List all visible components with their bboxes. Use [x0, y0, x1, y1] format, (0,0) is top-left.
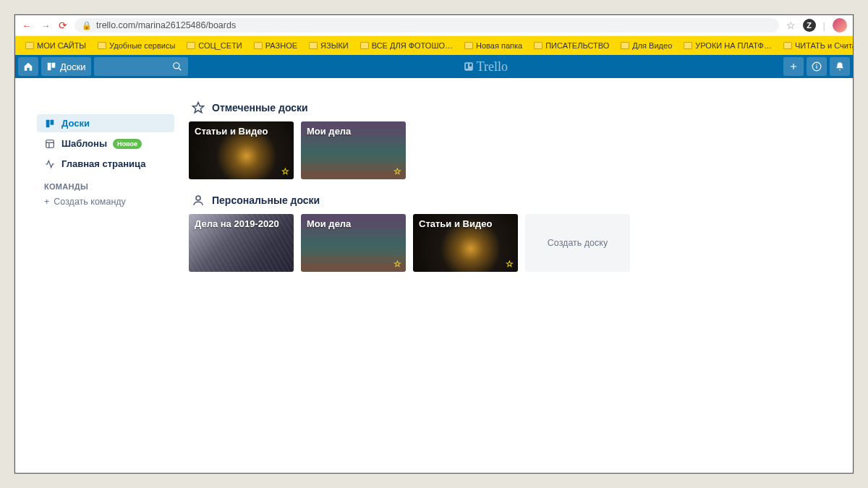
sidebar-item-boards[interactable]: Доски — [37, 114, 174, 132]
person-icon — [192, 194, 205, 207]
templates-icon — [44, 139, 56, 149]
star-outline-icon — [192, 101, 205, 114]
bookmark-item[interactable]: РАЗНОЕ — [250, 40, 302, 51]
pulse-icon — [44, 159, 56, 169]
folder-icon — [25, 42, 34, 49]
teams-heading: КОМАНДЫ — [37, 175, 174, 194]
board-tile[interactable]: Дела на 2019-2020 — [189, 214, 294, 272]
bookmark-item[interactable]: ЯЗЫКИ — [305, 40, 353, 51]
forward-button[interactable]: → — [40, 20, 51, 31]
sidebar-item-templates[interactable]: Шаблоны Новое — [37, 134, 174, 153]
boards-area: Отмеченные доски Статьи и Видео ☆ Мои де… — [189, 93, 831, 458]
section-title: Персональные доски — [212, 194, 320, 206]
trello-header: Доски Trello — [15, 55, 853, 78]
board-tile[interactable]: Статьи и Видео ☆ — [413, 214, 518, 272]
folder-icon — [187, 42, 195, 49]
star-icon[interactable]: ☆ — [393, 259, 401, 269]
svg-rect-5 — [466, 64, 468, 69]
search-input[interactable] — [94, 57, 188, 76]
chrome-toolbar: ← → ⟳ 🔒 trello.com/marina26125486/boards… — [15, 15, 853, 36]
folder-icon — [684, 42, 692, 49]
plus-icon: + — [44, 197, 49, 207]
address-bar[interactable]: 🔒 trello.com/marina26125486/boards — [75, 18, 779, 33]
folder-icon — [621, 42, 629, 49]
lock-icon: 🔒 — [82, 21, 92, 30]
create-button[interactable] — [783, 57, 804, 76]
trello-icon — [464, 61, 474, 72]
personal-section-header: Персональные доски — [192, 194, 831, 207]
profile-avatar[interactable] — [833, 18, 847, 33]
bookmark-star-button[interactable]: ☆ — [786, 20, 796, 31]
bookmark-item[interactable]: Удобные сервисы — [93, 40, 179, 51]
trello-logo[interactable]: Trello — [188, 59, 783, 74]
svg-rect-12 — [46, 140, 54, 147]
svg-rect-8 — [816, 66, 817, 69]
folder-icon — [464, 42, 473, 49]
board-title: Статьи и Видео — [195, 126, 268, 137]
folder-icon — [254, 42, 263, 49]
svg-rect-10 — [46, 119, 50, 127]
create-board-tile[interactable]: Создать доску — [525, 214, 630, 272]
url-text: trello.com/marina26125486/boards — [96, 20, 236, 30]
bookmark-item[interactable]: Для Видео — [616, 40, 676, 51]
svg-line-3 — [178, 68, 181, 71]
folder-icon — [783, 42, 792, 49]
folder-icon — [360, 42, 369, 49]
star-icon[interactable]: ☆ — [393, 166, 401, 176]
main-content: Доски Шаблоны Новое Главная страница КОМ… — [15, 78, 853, 473]
board-tile[interactable]: Мои дела ☆ — [301, 121, 406, 179]
boards-button[interactable]: Доски — [41, 57, 91, 76]
sidebar-item-home[interactable]: Главная страница — [37, 155, 174, 173]
bookmarks-bar: МОИ САЙТЫ Удобные сервисы СОЦ_СЕТИ РАЗНО… — [15, 36, 853, 55]
board-title: Статьи и Видео — [419, 218, 492, 229]
sidebar-item-label: Главная страница — [61, 158, 145, 169]
board-tile[interactable]: Статьи и Видео ☆ — [189, 121, 294, 179]
bookmark-item[interactable]: ПИСАТЕЛЬСТВО — [529, 40, 613, 51]
bookmark-item[interactable]: МОИ САЙТЫ — [21, 40, 90, 51]
search-icon — [172, 61, 182, 72]
bookmark-item[interactable]: СОЦ_СЕТИ — [182, 40, 246, 51]
svg-rect-9 — [816, 64, 817, 65]
home-button[interactable] — [18, 57, 38, 76]
new-badge: Новое — [113, 139, 142, 149]
boards-icon — [44, 119, 56, 129]
personal-boards-row: Дела на 2019-2020 Мои дела ☆ Статьи и Ви… — [189, 214, 831, 272]
sidebar-item-label: Шаблоны — [61, 138, 107, 149]
board-title: Мои дела — [307, 218, 351, 229]
browser-window: ← → ⟳ 🔒 trello.com/marina26125486/boards… — [14, 14, 854, 474]
sidebar-item-label: Доски — [61, 118, 90, 129]
folder-icon — [98, 42, 106, 49]
svg-rect-0 — [48, 63, 51, 71]
svg-marker-15 — [193, 103, 204, 113]
section-title: Отмеченные доски — [212, 102, 308, 114]
bookmark-item[interactable]: ВСЕ ДЛЯ ФОТОШО… — [356, 40, 457, 51]
board-tile[interactable]: Мои дела ☆ — [301, 214, 406, 272]
star-icon[interactable]: ☆ — [506, 259, 514, 269]
create-team-button[interactable]: + Создать команду — [37, 194, 174, 210]
bookmark-item[interactable]: УРОКИ НА ПЛАТФ… — [679, 40, 776, 51]
starred-boards-row: Статьи и Видео ☆ Мои дела ☆ — [189, 121, 831, 179]
star-icon[interactable]: ☆ — [281, 166, 289, 176]
boards-button-label: Доски — [60, 61, 86, 72]
board-title: Дела на 2019-2020 — [195, 218, 279, 229]
folder-icon — [534, 42, 542, 49]
folder-icon — [309, 42, 318, 49]
sidebar: Доски Шаблоны Новое Главная страница КОМ… — [37, 93, 174, 458]
extension-icon[interactable]: Z — [803, 19, 816, 32]
bookmark-item[interactable]: ЧИТАТЬ и Считать — [779, 40, 853, 51]
svg-point-16 — [196, 196, 200, 200]
svg-rect-11 — [51, 119, 54, 124]
back-button[interactable]: ← — [21, 20, 33, 31]
board-title: Мои дела — [307, 126, 351, 137]
notifications-button[interactable] — [830, 57, 850, 76]
starred-section-header: Отмеченные доски — [192, 101, 831, 114]
info-button[interactable] — [807, 57, 827, 76]
reload-button[interactable]: ⟳ — [59, 20, 67, 31]
create-team-label: Создать команду — [54, 197, 126, 207]
bookmark-item[interactable]: Новая папка — [460, 40, 527, 51]
svg-rect-6 — [469, 64, 472, 67]
svg-point-2 — [173, 63, 179, 69]
create-board-label: Создать доску — [548, 238, 608, 248]
svg-rect-1 — [52, 63, 56, 68]
